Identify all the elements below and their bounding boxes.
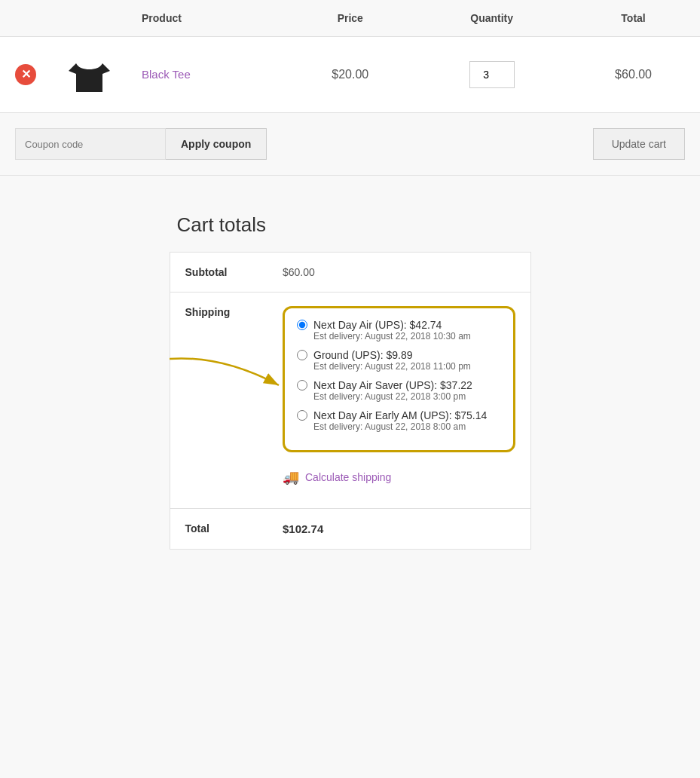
shipping-est-1: Est delivery: August 22, 2018 10:30 am — [313, 331, 501, 342]
col-product-header: Product — [127, 0, 283, 37]
calculate-shipping-link[interactable]: Calculate shipping — [305, 471, 391, 483]
shipping-options-box: Next Day Air (UPS): $42.74 Est delivery:… — [283, 306, 515, 452]
table-row: ✕ Black Tee $20.00 — [0, 37, 700, 113]
col-total-header: Total — [567, 0, 700, 37]
product-name-cell: Black Tee — [127, 37, 283, 113]
shipping-radio-3[interactable] — [297, 380, 307, 391]
shipping-radio-2[interactable] — [297, 350, 307, 360]
shipping-option-1: Next Day Air (UPS): $42.74 Est delivery:… — [297, 319, 501, 342]
coupon-input[interactable] — [15, 128, 166, 160]
product-image — [66, 52, 112, 97]
shipping-option-label-3: Next Day Air Saver (UPS): $37.22 — [313, 379, 472, 391]
shipping-radio-1[interactable] — [297, 320, 307, 330]
shipping-option-3: Next Day Air Saver (UPS): $37.22 Est del… — [297, 379, 501, 402]
shipping-row: Shipping — [170, 293, 530, 509]
col-price-header: Price — [283, 0, 417, 37]
shipping-option-label-4: Next Day Air Early AM (UPS): $75.14 — [313, 409, 487, 421]
shipping-options-cell: Next Day Air (UPS): $42.74 Est delivery:… — [267, 293, 530, 509]
total-row: Total $102.74 — [170, 509, 530, 550]
subtotal-value: $60.00 — [267, 253, 530, 293]
cart-page: Product Price Quantity Total ✕ — [0, 0, 700, 580]
cart-totals-title: Cart totals — [170, 213, 531, 237]
cart-totals-container: Cart totals Subtotal $60.00 Shipping — [170, 213, 531, 550]
shipping-option-label-1: Next Day Air (UPS): $42.74 — [313, 319, 442, 331]
quantity-input[interactable] — [469, 61, 515, 88]
update-cart-button[interactable]: Update cart — [593, 128, 685, 160]
product-total-cell: $60.00 — [567, 37, 700, 113]
shipping-est-2: Est delivery: August 22, 2018 11:00 pm — [313, 361, 501, 372]
total-label: Total — [170, 509, 267, 550]
product-image-cell — [51, 37, 127, 113]
col-image-header — [51, 0, 127, 37]
cart-totals-section: Cart totals Subtotal $60.00 Shipping — [0, 213, 700, 580]
tshirt-icon — [69, 54, 110, 96]
apply-coupon-button[interactable]: Apply coupon — [166, 128, 267, 160]
shipping-radio-4[interactable] — [297, 410, 307, 421]
shipping-est-4: Est delivery: August 22, 2018 8:00 am — [313, 421, 501, 432]
remove-cell: ✕ — [0, 37, 51, 113]
shipping-option-2: Ground (UPS): $9.89 Est delivery: August… — [297, 349, 501, 372]
shipping-option-4: Next Day Air Early AM (UPS): $75.14 Est … — [297, 409, 501, 432]
subtotal-row: Subtotal $60.00 — [170, 253, 530, 293]
remove-item-button[interactable]: ✕ — [15, 64, 36, 85]
total-value: $102.74 — [267, 509, 530, 550]
cart-table: Product Price Quantity Total ✕ — [0, 0, 700, 113]
product-quantity-cell — [417, 37, 567, 113]
shipping-option-label-2: Ground (UPS): $9.89 — [313, 349, 413, 361]
col-remove-header — [0, 0, 51, 37]
product-total: $60.00 — [615, 68, 652, 81]
product-name-link[interactable]: Black Tee — [142, 68, 191, 81]
truck-icon: 🚚 — [283, 469, 299, 485]
coupon-row: Apply coupon Update cart — [0, 113, 700, 176]
product-price-cell: $20.00 — [283, 37, 417, 113]
col-quantity-header: Quantity — [417, 0, 567, 37]
product-price: $20.00 — [332, 68, 368, 81]
subtotal-label: Subtotal — [170, 253, 267, 293]
calculate-shipping-row: 🚚 Calculate shipping — [283, 460, 515, 495]
shipping-arrow-wrapper: Next Day Air (UPS): $42.74 Est delivery:… — [283, 306, 515, 452]
shipping-est-3: Est delivery: August 22, 2018 3:00 pm — [313, 391, 501, 402]
shipping-label: Shipping — [170, 293, 267, 509]
totals-table: Subtotal $60.00 Shipping — [170, 252, 531, 550]
